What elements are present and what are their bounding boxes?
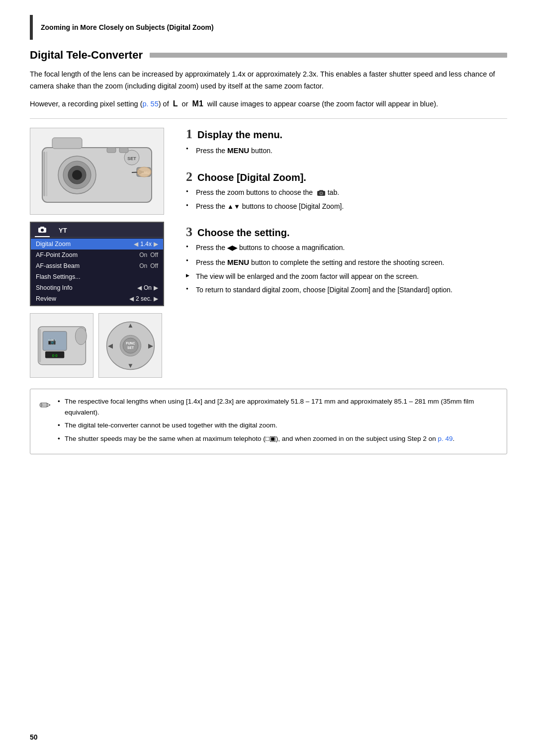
link-p55[interactable]: p. 55	[142, 100, 158, 108]
menu-on-off: OnOff	[139, 252, 158, 258]
menu-item-shooting-info[interactable]: Shooting Info ◀On▶	[31, 282, 163, 293]
step-2-title: Choose [Digital Zoom].	[197, 172, 306, 183]
camera-top-image: SET MENU	[30, 128, 164, 215]
control-box-left: 📷 0 0	[30, 313, 93, 378]
menu-tabs: YT	[31, 223, 163, 238]
menu-item-name: Review	[36, 295, 56, 302]
up-down-arrows: ▲▼	[227, 203, 240, 210]
step-3-bullet-3: The view will be enlarged and the zoom f…	[186, 271, 507, 282]
section-title-block: Digital Tele-Converter	[30, 49, 507, 62]
section-title: Digital Tele-Converter	[30, 49, 143, 62]
menu-tab-settings[interactable]: YT	[56, 225, 70, 237]
svg-text:SET: SET	[127, 346, 134, 349]
step-3: 3 Choose the setting. Press the ◀▶ butto…	[186, 226, 507, 299]
step-1-header: 1 Display the menu.	[186, 128, 507, 141]
main-grid: SET MENU	[30, 128, 507, 378]
menu-item-flash[interactable]: Flash Settings...	[31, 271, 163, 282]
step-1-number: 1	[186, 128, 192, 141]
step-1-bullets: Press the MENU button.	[186, 145, 507, 157]
svg-text:📷: 📷	[47, 336, 56, 345]
menu-items-list: Digital Zoom ◀1.4x▶ AF-Point Zoom OnOff …	[31, 238, 163, 305]
step-3-bullet-2: Press the MENU button to complete the se…	[186, 256, 507, 268]
control-left-svg: 📷 0 0	[33, 317, 90, 374]
menu-keyword-2: MENU	[227, 258, 249, 266]
menu-item-name: Digital Zoom	[36, 241, 71, 248]
step-2-header: 2 Choose [Digital Zoom].	[186, 170, 507, 183]
svg-point-15	[137, 167, 151, 177]
control-right-svg: FUNC SET ▲ ▼ ◀ ▶	[102, 317, 159, 374]
menu-item-review[interactable]: Review ◀2 sec.▶	[31, 293, 163, 304]
svg-text:0  0: 0 0	[52, 353, 57, 357]
menu-keyword: MENU	[227, 146, 249, 155]
svg-rect-12	[43, 152, 45, 196]
menu-item-value-3: ◀2 sec.▶	[129, 295, 158, 302]
step-3-bullets: Press the ◀▶ buttons to choose a magnifi…	[186, 243, 507, 296]
notes-list: The respective focal lengths when using …	[58, 396, 498, 444]
menu-item-name: AF-Point Zoom	[36, 252, 78, 258]
menu-item-digital-zoom[interactable]: Digital Zoom ◀1.4x▶	[31, 239, 163, 250]
menu-item-name: AF-assist Beam	[36, 262, 80, 269]
step-2-bullet-2: Press the ▲▼ buttons to choose [Digital …	[186, 201, 507, 212]
step-2-number: 2	[186, 170, 192, 183]
menu-on-off-2: OnOff	[139, 262, 158, 269]
top-bar-title: Zooming in More Closely on Subjects (Dig…	[41, 23, 214, 31]
top-bar: Zooming in More Closely on Subjects (Dig…	[30, 15, 507, 40]
svg-point-37	[320, 192, 322, 194]
step-3-number: 3	[186, 226, 192, 239]
step-1: 1 Display the menu. Press the MENU butto…	[186, 128, 507, 160]
step-2-bullets: Press the zoom buttons to choose the tab…	[186, 187, 507, 212]
menu-item-af-assist[interactable]: AF-assist Beam OnOff	[31, 260, 163, 271]
svg-rect-8	[107, 148, 116, 153]
images-column: SET MENU	[30, 128, 174, 378]
step-3-title: Choose the setting.	[197, 227, 290, 239]
menu-item-name: Flash Settings...	[36, 273, 81, 280]
menu-item-value: ◀1.4x▶	[134, 241, 158, 248]
page-container: Zooming in More Closely on Subjects (Dig…	[0, 0, 537, 756]
step-1-title: Display the menu.	[197, 129, 282, 141]
step-3-header: 3 Choose the setting.	[186, 226, 507, 239]
menu-item-name: Shooting Info	[36, 284, 73, 291]
svg-rect-18	[40, 227, 44, 228]
camera-tab-icon	[317, 190, 326, 196]
menu-screenshot: YT Digital Zoom ◀1.4x▶ AF-Point Zoom OnO…	[30, 222, 164, 306]
svg-text:▼: ▼	[127, 361, 133, 369]
notes-item-2: The digital tele-converter cannot be use…	[58, 420, 498, 431]
step-2-bullet-1: Press the zoom buttons to choose the tab…	[186, 187, 507, 198]
svg-point-17	[41, 229, 44, 232]
page-number: 50	[30, 733, 38, 741]
notes-item-3: The shutter speeds may be the same when …	[58, 433, 498, 444]
svg-rect-9	[119, 148, 128, 153]
step-3-bullet-4: To return to standard digital zoom, choo…	[186, 285, 507, 296]
svg-text:▲: ▲	[127, 322, 133, 329]
svg-text:◀: ◀	[108, 342, 113, 349]
svg-text:FUNC: FUNC	[126, 341, 135, 344]
control-box-right: FUNC SET ▲ ▼ ◀ ▶	[98, 313, 162, 378]
svg-text:SET: SET	[127, 156, 136, 161]
svg-point-21	[75, 328, 87, 345]
step-2: 2 Choose [Digital Zoom]. Press the zoom …	[186, 170, 507, 215]
svg-rect-38	[319, 190, 323, 191]
camera-illustration-svg: SET MENU	[37, 133, 157, 210]
intro-paragraph-2: However, a recording pixel setting (p. 5…	[30, 97, 507, 110]
controls-row: 📷 0 0 FUNC SET	[30, 313, 164, 378]
notes-content: The respective focal lengths when using …	[58, 396, 498, 446]
step-1-bullet-1: Press the MENU button.	[186, 145, 507, 157]
steps-column: 1 Display the menu. Press the MENU butto…	[186, 128, 507, 378]
notes-item-1: The respective focal lengths when using …	[58, 396, 498, 418]
notes-box: ✏ The respective focal lengths when usin…	[30, 389, 507, 454]
menu-item-value-2: ◀On▶	[137, 284, 158, 291]
section-title-bar	[150, 53, 507, 58]
svg-point-4	[72, 170, 82, 180]
intro-paragraph-1: The focal length of the lens can be incr…	[30, 69, 507, 92]
link-p49[interactable]: p. 49	[438, 435, 453, 442]
svg-rect-13	[46, 152, 47, 196]
svg-text:▶: ▶	[148, 342, 153, 349]
notes-pencil-icon: ✏	[39, 397, 51, 414]
svg-rect-5	[52, 138, 82, 149]
menu-tab-camera[interactable]	[35, 225, 50, 237]
menu-item-af-point-zoom[interactable]: AF-Point Zoom OnOff	[31, 250, 163, 260]
divider	[30, 118, 507, 119]
step-3-bullet-1: Press the ◀▶ buttons to choose a magnifi…	[186, 243, 507, 253]
lr-arrows: ◀▶	[227, 244, 237, 252]
top-bar-accent	[30, 15, 33, 40]
